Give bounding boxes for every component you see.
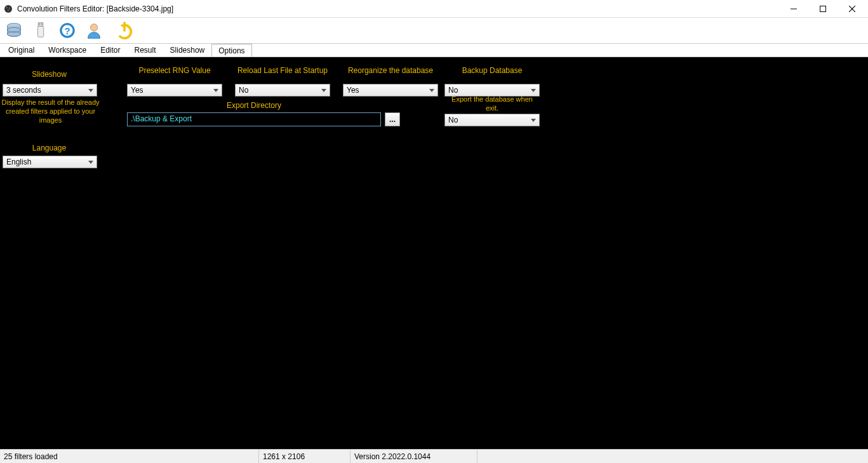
label-language: Language <box>0 144 98 152</box>
status-version: Version 2.2022.0.1044 <box>351 450 477 463</box>
svg-point-0 <box>4 5 12 13</box>
svg-point-18 <box>90 24 97 31</box>
close-button[interactable] <box>838 0 867 18</box>
window-controls <box>779 0 867 18</box>
toolbar: ? <box>0 18 868 43</box>
language-select[interactable]: English <box>3 156 97 168</box>
export-directory-input[interactable]: .\Backup & Export <box>127 112 381 126</box>
status-dimensions: 1261 x 2106 <box>259 450 351 463</box>
label-reorganize-db: Reorganize the database <box>343 66 438 75</box>
reload-last-select[interactable]: No <box>235 84 330 97</box>
label-slideshow: Slideshow <box>0 70 98 79</box>
tab-options[interactable]: Options <box>211 44 251 57</box>
status-empty <box>477 450 868 463</box>
title-bar: Convolution Filters Editor: [Backside-33… <box>0 0 868 18</box>
power-icon[interactable] <box>113 19 136 42</box>
tab-bar: Original Workspace Editor Result Slidesh… <box>0 43 868 57</box>
svg-point-3 <box>8 9 9 10</box>
user-icon[interactable] <box>83 19 105 42</box>
svg-point-2 <box>9 7 10 8</box>
tab-result[interactable]: Result <box>128 44 163 57</box>
options-panel: Slideshow 3 seconds Display the result o… <box>0 57 868 449</box>
slideshow-description: Display the result of the already create… <box>1 98 100 124</box>
browse-button[interactable]: ... <box>385 112 400 126</box>
tab-slideshow[interactable]: Slideshow <box>163 44 212 57</box>
label-preselect-rng: Preselect RNG Value <box>127 66 222 75</box>
window-title: Convolution Filters Editor: [Backside-33… <box>17 4 779 13</box>
svg-point-1 <box>6 6 8 8</box>
svg-rect-13 <box>39 23 40 25</box>
label-export-on-exit: Export the database when exit. <box>444 95 540 113</box>
maximize-button[interactable] <box>808 0 838 18</box>
label-backup-db: Backup Database <box>444 66 540 75</box>
database-icon[interactable] <box>3 19 25 42</box>
label-reload-last: Reload Last File at Startup <box>235 66 330 75</box>
tab-workspace[interactable]: Workspace <box>41 44 93 57</box>
usb-icon[interactable] <box>29 19 52 42</box>
svg-rect-5 <box>820 6 826 11</box>
reorganize-db-select[interactable]: Yes <box>343 84 438 97</box>
minimize-button[interactable] <box>779 0 808 18</box>
svg-rect-14 <box>41 23 42 25</box>
status-filters: 25 filters loaded <box>0 450 259 463</box>
tab-editor[interactable]: Editor <box>93 44 127 57</box>
help-icon[interactable]: ? <box>56 19 79 42</box>
preselect-rng-select[interactable]: Yes <box>127 84 222 97</box>
app-icon <box>3 3 14 15</box>
slideshow-interval-select[interactable]: 3 seconds <box>3 84 97 97</box>
svg-text:?: ? <box>64 25 70 36</box>
tab-original[interactable]: Original <box>1 44 41 57</box>
export-on-exit-select[interactable]: No <box>444 114 540 126</box>
svg-rect-11 <box>38 23 43 27</box>
svg-rect-12 <box>37 26 43 37</box>
label-export-directory: Export Directory <box>127 101 381 110</box>
status-bar: 25 filters loaded 1261 x 2106 Version 2.… <box>0 449 868 463</box>
backup-db-select[interactable]: No <box>444 84 540 97</box>
